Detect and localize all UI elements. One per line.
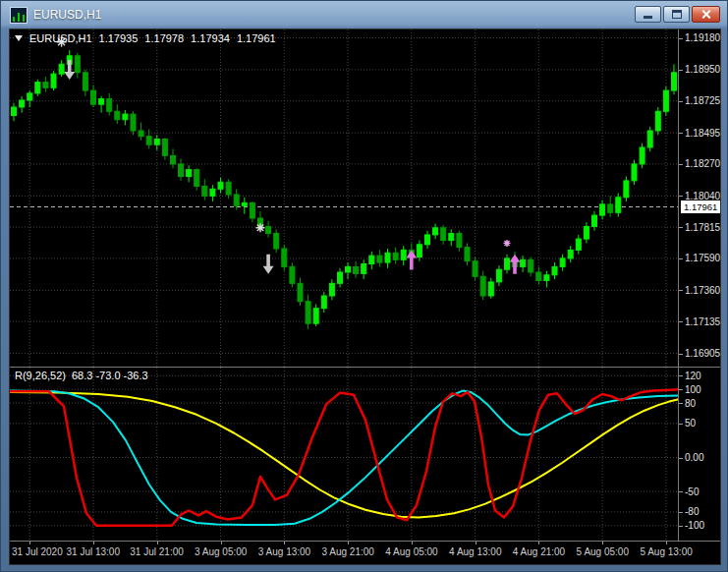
window-icon: [10, 7, 28, 24]
candlestick-plot[interactable]: [10, 29, 678, 367]
arrow-up-marker: [406, 250, 417, 269]
price-axis-label: 1.18270: [685, 158, 720, 169]
time-axis-label: 5 Aug 05:00: [577, 546, 629, 557]
window-title: EURUSD,H1: [33, 8, 101, 22]
indicator-axis-label: -50: [685, 486, 699, 497]
grid-lines: [10, 29, 678, 367]
indicator-axis-label: 80: [685, 398, 696, 409]
price-axis-tick: [679, 38, 683, 39]
indicator-axis-tick: [679, 375, 683, 376]
close-button[interactable]: [692, 6, 720, 23]
price-axis-tick: [679, 321, 683, 322]
symbol-dropdown-icon[interactable]: [15, 35, 23, 41]
indicator-axis-label: 120: [685, 371, 701, 381]
price-axis-tick: [679, 290, 683, 291]
arrow-down-marker: [64, 60, 75, 80]
arrow-up-marker: [510, 255, 521, 274]
time-axis-label: 3 Aug 21:00: [322, 546, 374, 557]
time-axis[interactable]: 31 Jul 202031 Jul 13:0031 Jul 21:003 Aug…: [10, 541, 720, 564]
minimize-icon: [644, 16, 652, 19]
indicator-axis[interactable]: 12010080500.00-50-80-100: [678, 368, 720, 541]
indicator-header: R(9,26,52) 68.3 -73.0 -36.3: [15, 370, 148, 381]
star-marker: [504, 240, 511, 247]
time-axis-label: 31 Jul 21:00: [130, 546, 184, 557]
time-axis-label: 5 Aug 13:00: [640, 546, 692, 557]
price-axis-tick: [679, 227, 683, 228]
titlebar[interactable]: EURUSD,H1: [1, 1, 727, 29]
time-axis-label: 31 Jul 2020: [12, 546, 63, 557]
close-icon: [700, 9, 711, 20]
price-axis-label: 1.17815: [685, 222, 720, 233]
ohlc-close: 1.17961: [237, 32, 276, 44]
time-axis-tick: [666, 542, 667, 544]
price-axis-label: 1.18725: [685, 95, 720, 106]
price-axis-tick: [679, 258, 683, 259]
indicator-axis-label: 50: [685, 418, 696, 429]
price-axis-tick: [679, 196, 683, 197]
maximize-button[interactable]: [663, 6, 690, 23]
ohlc-open: 1.17935: [99, 32, 139, 44]
indicator-axis-label: -80: [685, 506, 699, 517]
price-axis-tick: [679, 354, 683, 355]
price-axis-tick: [679, 70, 683, 71]
time-axis-tick: [348, 542, 349, 544]
ohlc-symbol: EURUSD,H1: [29, 32, 92, 44]
time-axis-tick: [157, 542, 158, 544]
chart-area: EURUSD,H1 1.17935 1.17978 1.17934 1.1796…: [9, 29, 721, 565]
time-axis-tick: [538, 542, 539, 544]
price-axis-label: 1.18950: [685, 64, 720, 75]
price-axis-tick: [679, 101, 683, 102]
indicator-axis-tick: [679, 403, 683, 404]
main-price-pane[interactable]: EURUSD,H1 1.17935 1.17978 1.17934 1.1796…: [10, 29, 720, 367]
star-marker: [256, 223, 265, 232]
ohlc-high: 1.17978: [144, 32, 184, 44]
indicator-axis-tick: [679, 512, 683, 513]
maximize-icon: [672, 10, 682, 19]
time-axis-tick: [93, 542, 94, 544]
price-axis-label: 1.19180: [685, 32, 720, 43]
indicator-plot[interactable]: [10, 368, 678, 541]
indicator-axis-tick: [679, 424, 683, 425]
price-axis-label: 1.18495: [685, 128, 720, 139]
minimize-button[interactable]: [635, 6, 661, 23]
price-axis-label: 1.17590: [685, 253, 720, 263]
indicator-values: 68.3 -73.0 -36.3: [72, 370, 148, 381]
chart-window: EURUSD,H1 EURUSD,H1 1.17935 1.17978 1.17…: [0, 0, 728, 572]
time-axis-label: 31 Jul 13:00: [67, 546, 121, 557]
chart-ohlc-header: EURUSD,H1 1.17935 1.17978 1.17934 1.1796…: [15, 32, 276, 44]
price-axis[interactable]: 1.191801.189501.187251.184951.182701.180…: [678, 29, 720, 367]
indicator-axis-label: 0.00: [685, 452, 703, 463]
price-axis-label: 1.16905: [685, 348, 720, 359]
time-axis-tick: [284, 542, 285, 544]
indicator-axis-tick: [679, 526, 683, 527]
price-axis-label: 1.17135: [685, 316, 720, 327]
indicator-pane[interactable]: R(9,26,52) 68.3 -73.0 -36.3 12010080500.…: [10, 368, 720, 541]
time-axis-label: 4 Aug 21:00: [513, 546, 565, 557]
price-axis-label: 1.17360: [685, 285, 720, 296]
indicator-axis-tick: [679, 458, 683, 459]
time-axis-tick: [29, 542, 30, 544]
time-axis-tick: [602, 542, 603, 544]
indicator-axis-tick: [679, 491, 683, 492]
time-axis-label: 3 Aug 13:00: [258, 546, 310, 557]
indicator-axis-label: -100: [685, 520, 704, 531]
current-price-tag: 1.17961: [681, 200, 720, 213]
time-axis-tick: [476, 542, 476, 544]
indicator-axis-label: 100: [685, 384, 701, 395]
ohlc-low: 1.17934: [191, 32, 230, 44]
price-axis-tick: [679, 133, 683, 134]
time-axis-label: 3 Aug 05:00: [195, 546, 247, 557]
price-axis-tick: [679, 164, 683, 165]
time-axis-tick: [412, 542, 413, 544]
time-axis-tick: [221, 542, 222, 544]
time-axis-label: 4 Aug 13:00: [449, 546, 501, 557]
time-axis-label: 4 Aug 05:00: [385, 546, 437, 557]
arrow-down-marker: [263, 255, 274, 274]
indicator-axis-tick: [679, 389, 683, 390]
window-controls: [635, 6, 720, 23]
indicator-name: R(9,26,52): [15, 370, 66, 381]
candles: [12, 50, 677, 329]
